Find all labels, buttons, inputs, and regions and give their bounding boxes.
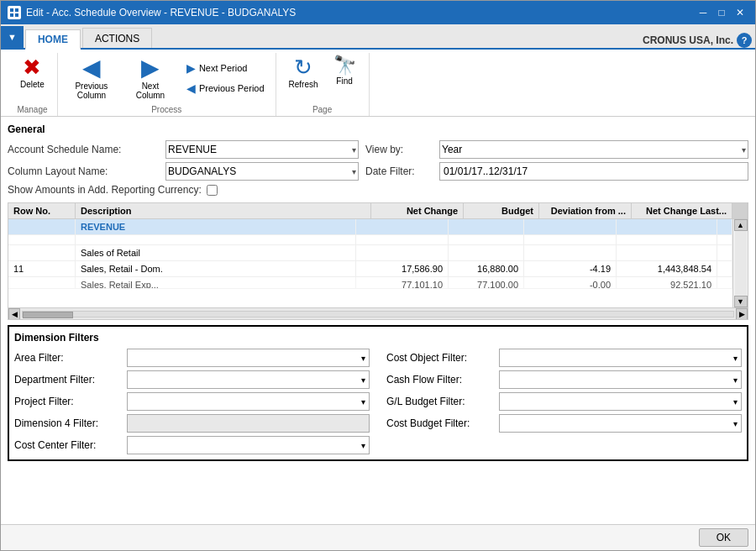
general-section-title: General xyxy=(8,123,748,135)
page-group-label: Page xyxy=(283,105,362,114)
cost-budget-filter-select[interactable]: ▾ xyxy=(499,414,742,433)
find-icon: 🔭 xyxy=(333,56,356,75)
svg-rect-1 xyxy=(15,8,18,12)
cell-net-change xyxy=(356,219,449,234)
cost-object-filter-row: Cost Object Filter: ▾ xyxy=(386,349,742,367)
tab-actions[interactable]: ACTIONS xyxy=(82,28,152,48)
scroll-down-button[interactable]: ▼ xyxy=(734,296,748,307)
project-filter-arrow: ▾ xyxy=(361,397,365,407)
next-column-icon: ▶ xyxy=(141,56,160,80)
tab-home[interactable]: HOME xyxy=(25,29,81,50)
cost-budget-filter-arrow: ▾ xyxy=(733,419,738,428)
process-group-label: Process xyxy=(65,105,269,114)
cost-object-filter-arrow: ▾ xyxy=(733,354,738,363)
cash-flow-filter-label: Cash Flow Filter: xyxy=(386,374,496,386)
period-nav-group: ▶ Next Period ◀ Previous Period xyxy=(182,59,269,97)
cost-object-filter-select[interactable]: ▾ xyxy=(499,349,742,367)
scroll-track xyxy=(22,311,734,317)
vertical-scrollbar[interactable]: ▲ ▼ xyxy=(732,219,748,307)
department-filter-row: Department Filter: ▾ xyxy=(14,370,370,389)
cost-budget-filter-label: Cost Budget Filter: xyxy=(386,417,496,429)
next-period-button[interactable]: ▶ Next Period xyxy=(182,59,269,77)
next-period-icon: ▶ xyxy=(186,61,196,75)
horizontal-scrollbar[interactable]: ◀ ▶ xyxy=(8,307,748,319)
col-layout-name-select[interactable]: BUDGANALYS ▾ xyxy=(165,162,359,181)
table-row[interactable]: 11 Sales, Retail - Dom. 17,586.90 16,880… xyxy=(8,261,732,277)
next-column-button[interactable]: ▶ Next Column xyxy=(123,53,177,103)
svg-rect-2 xyxy=(10,13,13,17)
cell-row-no xyxy=(8,245,76,260)
table-row[interactable]: REVENUE xyxy=(8,219,732,235)
dimension-filters-title: Dimension Filters xyxy=(14,332,742,344)
acc-schedule-name-select[interactable]: REVENUE ▾ xyxy=(165,140,359,159)
cell-row-no xyxy=(8,277,76,289)
gl-budget-filter-arrow: ▾ xyxy=(733,397,738,407)
cell-description: Sales, Retail - Dom. xyxy=(76,261,356,276)
previous-period-icon: ◀ xyxy=(186,81,196,95)
cell-net-change-last: 92,521.10 xyxy=(617,277,717,289)
scroll-thumb[interactable] xyxy=(23,312,73,318)
department-filter-select[interactable]: ▾ xyxy=(127,370,370,389)
help-icon[interactable]: ? xyxy=(737,33,752,48)
dimension4-filter-input xyxy=(127,414,370,433)
cash-flow-filter-row: Cash Flow Filter: ▾ xyxy=(386,370,742,389)
dimension-filters-section: Dimension Filters Area Filter: ▾ Departm… xyxy=(8,325,748,461)
cell-deviation xyxy=(524,245,617,260)
refresh-button[interactable]: ↻ Refresh xyxy=(283,53,324,92)
ok-button[interactable]: OK xyxy=(699,528,748,547)
table-row: Sales of Retail xyxy=(8,245,732,261)
maximize-button[interactable]: □ xyxy=(713,5,730,20)
dimension4-filter-row: Dimension 4 Filter: xyxy=(14,414,370,433)
minimize-button[interactable]: ─ xyxy=(695,5,711,20)
project-filter-select[interactable]: ▾ xyxy=(127,392,370,411)
date-filter-input[interactable] xyxy=(439,162,748,181)
view-by-select[interactable]: Year ▾ xyxy=(439,140,748,159)
previous-period-button[interactable]: ◀ Previous Period xyxy=(182,79,269,97)
gl-budget-filter-select[interactable]: ▾ xyxy=(499,392,742,411)
area-filter-row: Area Filter: ▾ xyxy=(14,349,370,367)
cash-flow-filter-select[interactable]: ▾ xyxy=(499,370,742,389)
area-filter-select[interactable]: ▾ xyxy=(127,349,370,367)
cell-row-no xyxy=(8,219,76,234)
cell-scroll xyxy=(717,219,732,234)
close-button[interactable]: ✕ xyxy=(732,5,748,20)
scroll-left-button[interactable]: ◀ xyxy=(8,308,20,320)
data-table: Row No. Description Net Change Budget De… xyxy=(8,202,748,320)
delete-button[interactable]: ✖ Delete xyxy=(14,53,50,92)
show-amounts-checkbox[interactable] xyxy=(207,185,218,196)
cell-deviation: -4.19 xyxy=(524,261,617,276)
cost-center-filter-select[interactable]: ▾ xyxy=(127,436,370,454)
department-filter-arrow: ▾ xyxy=(361,375,365,385)
col-row-no: Row No. xyxy=(8,203,76,218)
nav-back-button[interactable]: ▼ xyxy=(1,26,24,48)
dimension4-filter-label: Dimension 4 Filter: xyxy=(14,417,123,429)
gl-budget-filter-label: G/L Budget Filter: xyxy=(386,396,496,407)
col-layout-name-label: Column Layout Name: xyxy=(8,165,159,177)
dimension-filters-left: Area Filter: ▾ Department Filter: ▾ Proj… xyxy=(14,349,370,411)
dimension-filters-right: Cost Object Filter: ▾ Cash Flow Filter: … xyxy=(386,349,742,411)
previous-column-button[interactable]: ◀ Previous Column xyxy=(65,53,118,103)
footer: OK xyxy=(1,524,755,550)
col-description: Description xyxy=(76,203,371,218)
dimension-filters-grid: Area Filter: ▾ Department Filter: ▾ Proj… xyxy=(14,349,742,411)
cell-description: Sales, Retail Exp... xyxy=(76,277,356,289)
cell-net-change xyxy=(356,245,449,260)
acc-schedule-name-arrow: ▾ xyxy=(352,145,356,155)
scroll-up-button[interactable]: ▲ xyxy=(734,219,748,231)
find-button[interactable]: 🔭 Find xyxy=(328,53,362,89)
cell-budget xyxy=(449,219,524,234)
project-filter-label: Project Filter: xyxy=(14,396,123,407)
date-filter-label: Date Filter: xyxy=(365,165,433,177)
area-filter-label: Area Filter: xyxy=(14,352,123,364)
view-by-arrow: ▾ xyxy=(742,145,746,155)
view-by-label: View by: xyxy=(365,144,433,155)
svg-rect-3 xyxy=(15,13,18,17)
cell-budget xyxy=(449,245,524,260)
dimension-filters-bottom: Dimension 4 Filter: Cost Center Filter: … xyxy=(14,414,742,454)
project-filter-row: Project Filter: ▾ xyxy=(14,392,370,411)
table-row[interactable]: Sales, Retail Exp... 77,101.10 77,100.00… xyxy=(8,277,732,289)
ribbon-group-process: ◀ Previous Column ▶ Next Column ▶ Next P… xyxy=(58,53,276,116)
dim-bottom-right: Cost Budget Filter: ▾ xyxy=(386,414,742,454)
cell-net-change: 77,101.10 xyxy=(356,277,449,289)
scroll-right-button[interactable]: ▶ xyxy=(736,308,748,320)
